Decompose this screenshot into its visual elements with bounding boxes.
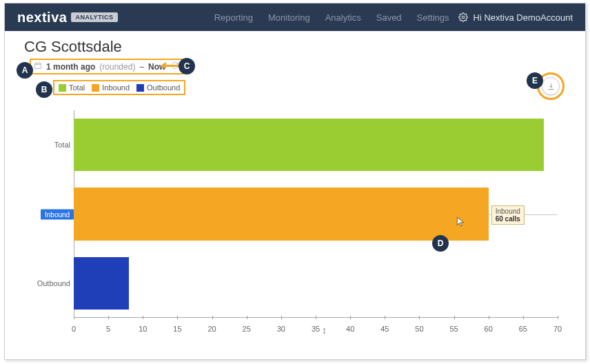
x-tick: 30 [277, 325, 285, 333]
date-range-rounded: (rounded) [99, 62, 135, 72]
calendar-icon [34, 61, 42, 72]
legend-outbound[interactable]: Outbound [136, 83, 180, 92]
svg-rect-1 [35, 63, 41, 69]
user-area[interactable]: Hi Nextiva DemoAccount [458, 12, 573, 23]
x-tick: 50 [415, 325, 423, 333]
brand-logo: nextiva [17, 10, 67, 26]
nav-settings[interactable]: Settings [417, 12, 449, 23]
legend-swatch-total [59, 84, 66, 92]
nav-saved[interactable]: Saved [376, 12, 402, 23]
nav-analytics[interactable]: Analytics [325, 12, 361, 23]
legend-swatch-outbound [136, 84, 144, 92]
x-tick: 65 [519, 325, 527, 333]
bar-chart[interactable]: Total Inbound Outbound Inbound 60 calls … [32, 107, 564, 338]
x-tick: 15 [173, 325, 181, 333]
resize-cursor-icon: ↕ [322, 325, 327, 336]
annotation-c: C [179, 58, 195, 74]
legend-total[interactable]: Total [59, 83, 85, 92]
bar-total[interactable] [74, 119, 544, 171]
download-icon [547, 83, 555, 90]
y-label-inbound: Inbound [41, 209, 74, 219]
cursor-icon [456, 215, 465, 228]
main-nav: Reporting Monitoring Analytics Saved Set… [214, 12, 449, 23]
x-tick: 55 [449, 325, 458, 333]
user-greeting: Hi Nextiva DemoAccount [474, 12, 573, 23]
bar-outbound[interactable] [74, 257, 129, 310]
annotation-d: D [432, 235, 449, 252]
annotation-a: A [17, 62, 33, 79]
x-tick: 70 [553, 325, 562, 333]
annotation-b: B [36, 81, 52, 98]
x-tick: 40 [346, 325, 354, 333]
tooltip-value: 60 calls [496, 215, 520, 223]
top-navbar: nextiva ANALYTICS Reporting Monitoring A… [5, 3, 585, 31]
bar-inbound[interactable] [74, 188, 489, 240]
gear-icon [458, 12, 468, 22]
brand: nextiva ANALYTICS [17, 10, 118, 26]
y-label-outbound: Outbound [32, 279, 70, 287]
plot-area[interactable]: Inbound 60 calls [74, 110, 558, 318]
x-tick: 0 [72, 325, 76, 333]
nav-monitoring[interactable]: Monitoring [268, 12, 310, 23]
x-tick: 25 [243, 325, 251, 333]
chart-legend[interactable]: Total Inbound Outbound [53, 80, 185, 95]
brand-badge: ANALYTICS [71, 12, 117, 22]
chart-tooltip: Inbound 60 calls [491, 205, 525, 225]
svg-point-0 [462, 16, 465, 19]
x-tick: 60 [485, 325, 493, 333]
page-title: CG Scottsdale [19, 38, 571, 56]
legend-swatch-inbound [92, 84, 99, 92]
x-tick: 20 [207, 325, 216, 333]
x-tick: 10 [139, 325, 147, 333]
y-label-total: Total [32, 141, 70, 149]
nav-reporting[interactable]: Reporting [214, 12, 253, 23]
date-range-start: 1 month ago [46, 62, 95, 72]
x-tick: 5 [106, 325, 110, 333]
x-tick: 35 [312, 325, 320, 333]
date-range-dash: – [139, 62, 144, 72]
annotation-c-arrow [161, 62, 179, 69]
x-tick: 45 [380, 325, 389, 333]
annotation-e: E [527, 72, 543, 89]
tooltip-series: Inbound [496, 208, 520, 215]
legend-inbound[interactable]: Inbound [92, 83, 130, 92]
